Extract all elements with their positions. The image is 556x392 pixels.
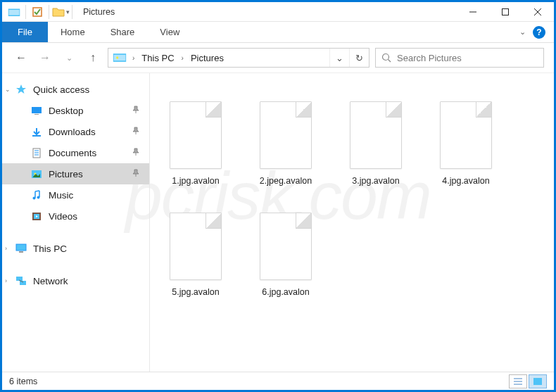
sidebar-item-label: Quick access [33, 84, 89, 95]
sidebar-this-pc[interactable]: › This PC [2, 238, 149, 259]
refresh-icon[interactable]: ↻ [349, 49, 369, 67]
help-icon[interactable]: ? [533, 26, 545, 39]
pc-icon [15, 243, 27, 254]
chevron-right-icon[interactable]: › [179, 54, 187, 62]
file-icon [260, 213, 312, 280]
sidebar-item-label: This PC [33, 244, 67, 254]
expand-ribbon-icon[interactable]: ⌄ [519, 27, 526, 37]
desktop-icon [30, 105, 43, 116]
file-name: 1.jpg.avalon [172, 176, 219, 186]
breadcrumb-this-pc[interactable]: This PC [140, 53, 175, 63]
sidebar-item-label: Desktop [49, 106, 84, 116]
minimize-button[interactable] [457, 2, 489, 22]
chevron-right-icon[interactable]: › [5, 245, 7, 252]
sidebar-item-videos[interactable]: Videos [2, 206, 149, 227]
sidebar-item-label: Network [33, 276, 68, 286]
sidebar-item-label: Pictures [49, 169, 83, 179]
address-box[interactable]: › This PC › Pictures ⌄ ↻ [108, 48, 369, 68]
svg-point-22 [37, 196, 40, 198]
address-dropdown-icon[interactable]: ⌄ [329, 49, 349, 67]
file-icon [350, 101, 402, 169]
nav-up-icon[interactable]: ↑ [84, 49, 102, 67]
search-input[interactable]: Search Pictures [375, 48, 544, 68]
folder-icon[interactable]: ▾ [51, 3, 70, 21]
pictures-icon [30, 168, 43, 179]
sidebar-item-music[interactable]: Music [2, 184, 149, 206]
tab-share[interactable]: Share [98, 22, 148, 42]
sidebar-item-label: Music [49, 190, 73, 201]
quick-access-toolbar: ▾ [2, 3, 77, 21]
file-name: 4.jpg.avalon [442, 176, 489, 186]
details-view-button[interactable] [509, 374, 527, 388]
svg-rect-4 [503, 8, 509, 15]
sidebar-item-label: Documents [49, 148, 96, 158]
properties-icon[interactable] [28, 3, 46, 21]
sidebar-item-label: Downloads [49, 127, 96, 137]
file-tab[interactable]: File [2, 22, 48, 42]
search-icon [381, 53, 391, 63]
close-button[interactable] [522, 2, 554, 22]
search-placeholder: Search Pictures [397, 53, 462, 63]
file-icon [440, 101, 492, 169]
file-item[interactable]: 3.jpg.avalon [336, 82, 416, 186]
svg-rect-25 [16, 244, 26, 251]
sidebar-item-pictures[interactable]: Pictures [2, 163, 149, 184]
sidebar-item-label: Videos [49, 211, 77, 222]
svg-rect-12 [32, 107, 42, 113]
icons-view-button[interactable] [529, 374, 547, 388]
svg-rect-33 [533, 378, 542, 385]
file-item[interactable]: 4.jpg.avalon [426, 82, 506, 186]
chevron-right-icon[interactable]: › [129, 54, 137, 62]
file-icon [170, 101, 222, 169]
tab-view[interactable]: View [147, 22, 192, 42]
svg-point-21 [33, 196, 36, 199]
file-item[interactable]: 6.jpg.avalon [246, 193, 326, 297]
network-icon [15, 275, 27, 286]
window-controls [457, 2, 554, 22]
address-bar: ← → ⌄ ↑ › This PC › Pictures ⌄ ↻ Search … [2, 43, 554, 72]
file-name: 3.jpg.avalon [352, 176, 399, 186]
svg-rect-26 [19, 251, 23, 253]
pin-icon [132, 169, 139, 179]
svg-rect-8 [114, 55, 126, 61]
videos-icon [30, 210, 43, 222]
sidebar-network[interactable]: › Network [2, 270, 149, 291]
file-name: 5.jpg.avalon [172, 287, 219, 297]
file-icon [170, 213, 222, 280]
chevron-down-icon[interactable]: ⌄ [5, 86, 11, 93]
documents-icon [30, 147, 43, 158]
nav-recent-icon[interactable]: ⌄ [60, 49, 78, 67]
tab-home[interactable]: Home [48, 22, 98, 42]
sidebar-quick-access[interactable]: ⌄ Quick access [2, 79, 149, 100]
pin-icon [132, 127, 139, 137]
app-icon[interactable] [5, 3, 23, 21]
file-item[interactable]: 5.jpg.avalon [156, 193, 236, 297]
nav-forward-icon[interactable]: → [36, 49, 54, 67]
star-icon [15, 84, 27, 95]
svg-point-9 [116, 56, 118, 58]
svg-rect-13 [34, 114, 39, 115]
ribbon: File Home Share View ⌄ ? [2, 22, 554, 43]
titlebar: ▾ Pictures [2, 2, 554, 22]
chevron-right-icon[interactable]: › [5, 277, 7, 284]
pin-icon [132, 106, 139, 116]
sidebar-item-downloads[interactable]: Downloads [2, 121, 149, 142]
svg-rect-1 [9, 10, 20, 15]
pin-icon [132, 148, 139, 158]
maximize-button[interactable] [489, 2, 522, 22]
file-item[interactable]: 2.jpeg.avalon [246, 82, 326, 186]
breadcrumb-pictures[interactable]: Pictures [189, 53, 225, 63]
sidebar-item-desktop[interactable]: Desktop [2, 100, 149, 121]
explorer-window: pcrisk.com ▾ Pictures [2, 2, 554, 390]
file-name: 6.jpg.avalon [262, 287, 309, 297]
file-item[interactable]: 1.jpg.avalon [156, 82, 236, 186]
body: ⌄ Quick access DesktopDownloadsDocuments… [2, 72, 554, 372]
downloads-icon [30, 126, 43, 137]
sidebar-item-documents[interactable]: Documents [2, 142, 149, 163]
file-name: 2.jpeg.avalon [260, 176, 312, 186]
file-list[interactable]: 1.jpg.avalon2.jpeg.avalon3.jpg.avalon4.j… [150, 73, 554, 372]
file-icon [260, 101, 312, 169]
nav-back-icon[interactable]: ← [12, 49, 30, 67]
window-title: Pictures [83, 7, 115, 17]
navigation-pane: ⌄ Quick access DesktopDownloadsDocuments… [2, 73, 150, 372]
